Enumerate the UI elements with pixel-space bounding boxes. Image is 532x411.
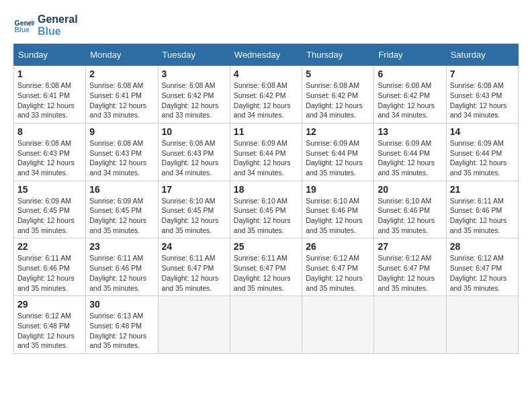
day-info: Sunrise: 6:12 AMSunset: 6:47 PMDaylight:…: [450, 253, 515, 293]
empty-cell: [374, 296, 446, 354]
day-info: Sunrise: 6:08 AMSunset: 6:42 PMDaylight:…: [162, 81, 226, 120]
day-info: Sunrise: 6:08 AMSunset: 6:42 PMDaylight:…: [378, 81, 442, 120]
day-info: Sunrise: 6:12 AMSunset: 6:48 PMDaylight:…: [17, 311, 82, 351]
day-cell-5: 5Sunrise: 6:08 AMSunset: 6:42 PMDaylight…: [302, 66, 374, 124]
week-row-2: 8Sunrise: 6:08 AMSunset: 6:43 PMDaylight…: [14, 123, 519, 181]
day-number: 21: [450, 184, 515, 195]
day-cell-16: 16Sunrise: 6:09 AMSunset: 6:45 PMDayligh…: [86, 181, 158, 238]
day-number: 13: [378, 126, 442, 137]
day-number: 28: [450, 241, 515, 252]
day-cell-18: 18Sunrise: 6:10 AMSunset: 6:45 PMDayligh…: [230, 181, 302, 238]
day-number: 5: [306, 68, 370, 79]
day-cell-29: 29Sunrise: 6:12 AMSunset: 6:48 PMDayligh…: [14, 296, 86, 354]
day-number: 6: [378, 68, 442, 79]
day-info: Sunrise: 6:10 AMSunset: 6:46 PMDaylight:…: [378, 196, 442, 236]
weekday-monday: Monday: [86, 44, 158, 66]
weekday-saturday: Saturday: [446, 44, 518, 66]
day-number: 14: [450, 126, 515, 137]
day-cell-8: 8Sunrise: 6:08 AMSunset: 6:43 PMDaylight…: [14, 123, 86, 181]
logo-blue: Blue: [38, 26, 78, 38]
day-cell-27: 27Sunrise: 6:12 AMSunset: 6:47 PMDayligh…: [374, 238, 446, 296]
week-row-5: 29Sunrise: 6:12 AMSunset: 6:48 PMDayligh…: [14, 296, 519, 354]
day-info: Sunrise: 6:13 AMSunset: 6:48 PMDaylight:…: [89, 311, 154, 351]
day-number: 27: [378, 241, 442, 252]
day-number: 10: [162, 126, 226, 137]
weekday-sunday: Sunday: [14, 44, 86, 66]
day-number: 30: [89, 299, 154, 310]
week-row-4: 22Sunrise: 6:11 AMSunset: 6:46 PMDayligh…: [14, 238, 519, 296]
calendar-table: SundayMondayTuesdayWednesdayThursdayFrid…: [13, 44, 519, 354]
day-cell-14: 14Sunrise: 6:09 AMSunset: 6:44 PMDayligh…: [446, 123, 518, 181]
day-info: Sunrise: 6:09 AMSunset: 6:45 PMDaylight:…: [89, 196, 154, 236]
weekday-wednesday: Wednesday: [230, 44, 302, 66]
day-info: Sunrise: 6:10 AMSunset: 6:45 PMDaylight:…: [162, 196, 226, 236]
day-info: Sunrise: 6:08 AMSunset: 6:43 PMDaylight:…: [162, 138, 226, 178]
day-number: 11: [234, 126, 298, 137]
weekday-friday: Friday: [374, 44, 446, 66]
day-number: 20: [378, 184, 442, 195]
day-info: Sunrise: 6:12 AMSunset: 6:47 PMDaylight:…: [306, 253, 370, 293]
logo-icon: General Blue: [13, 15, 35, 36]
day-cell-23: 23Sunrise: 6:11 AMSunset: 6:46 PMDayligh…: [86, 238, 158, 296]
day-cell-25: 25Sunrise: 6:11 AMSunset: 6:47 PMDayligh…: [230, 238, 302, 296]
day-cell-9: 9Sunrise: 6:08 AMSunset: 6:43 PMDaylight…: [86, 123, 158, 181]
day-number: 23: [89, 241, 154, 252]
day-cell-20: 20Sunrise: 6:10 AMSunset: 6:46 PMDayligh…: [374, 181, 446, 238]
day-info: Sunrise: 6:08 AMSunset: 6:42 PMDaylight:…: [234, 81, 298, 120]
page-header: General Blue General Blue: [13, 13, 519, 37]
day-number: 1: [17, 68, 82, 79]
empty-cell: [446, 296, 518, 354]
week-row-3: 15Sunrise: 6:09 AMSunset: 6:45 PMDayligh…: [14, 181, 519, 238]
day-info: Sunrise: 6:11 AMSunset: 6:46 PMDaylight:…: [17, 253, 82, 293]
weekday-thursday: Thursday: [302, 44, 374, 66]
weekday-header-row: SundayMondayTuesdayWednesdayThursdayFrid…: [14, 44, 519, 66]
day-number: 25: [234, 241, 298, 252]
day-number: 15: [17, 184, 82, 195]
day-cell-3: 3Sunrise: 6:08 AMSunset: 6:42 PMDaylight…: [158, 66, 230, 124]
day-number: 4: [234, 68, 298, 79]
week-row-1: 1Sunrise: 6:08 AMSunset: 6:41 PMDaylight…: [14, 66, 519, 124]
day-info: Sunrise: 6:08 AMSunset: 6:41 PMDaylight:…: [17, 81, 82, 120]
day-number: 9: [89, 126, 154, 137]
empty-cell: [230, 296, 302, 354]
day-cell-11: 11Sunrise: 6:09 AMSunset: 6:44 PMDayligh…: [230, 123, 302, 181]
day-number: 17: [162, 184, 226, 195]
day-cell-4: 4Sunrise: 6:08 AMSunset: 6:42 PMDaylight…: [230, 66, 302, 124]
day-number: 3: [162, 68, 226, 79]
day-info: Sunrise: 6:09 AMSunset: 6:44 PMDaylight:…: [450, 138, 515, 178]
day-cell-1: 1Sunrise: 6:08 AMSunset: 6:41 PMDaylight…: [14, 66, 86, 124]
day-cell-26: 26Sunrise: 6:12 AMSunset: 6:47 PMDayligh…: [302, 238, 374, 296]
day-info: Sunrise: 6:09 AMSunset: 6:44 PMDaylight:…: [378, 138, 442, 178]
logo-general: General: [38, 13, 78, 26]
day-info: Sunrise: 6:09 AMSunset: 6:45 PMDaylight:…: [17, 196, 82, 236]
day-info: Sunrise: 6:11 AMSunset: 6:47 PMDaylight:…: [234, 253, 298, 293]
day-number: 2: [89, 68, 154, 79]
day-cell-13: 13Sunrise: 6:09 AMSunset: 6:44 PMDayligh…: [374, 123, 446, 181]
day-info: Sunrise: 6:10 AMSunset: 6:46 PMDaylight:…: [306, 196, 370, 236]
day-info: Sunrise: 6:08 AMSunset: 6:42 PMDaylight:…: [306, 81, 370, 120]
day-info: Sunrise: 6:11 AMSunset: 6:47 PMDaylight:…: [162, 253, 226, 293]
day-number: 22: [17, 241, 82, 252]
day-info: Sunrise: 6:09 AMSunset: 6:44 PMDaylight:…: [234, 138, 298, 178]
day-cell-24: 24Sunrise: 6:11 AMSunset: 6:47 PMDayligh…: [158, 238, 230, 296]
day-number: 16: [89, 184, 154, 195]
day-cell-2: 2Sunrise: 6:08 AMSunset: 6:41 PMDaylight…: [86, 66, 158, 124]
day-info: Sunrise: 6:08 AMSunset: 6:43 PMDaylight:…: [89, 138, 154, 178]
day-cell-28: 28Sunrise: 6:12 AMSunset: 6:47 PMDayligh…: [446, 238, 518, 296]
day-number: 12: [306, 126, 370, 137]
weekday-tuesday: Tuesday: [158, 44, 230, 66]
day-number: 29: [17, 299, 82, 310]
empty-cell: [158, 296, 230, 354]
day-number: 7: [450, 68, 515, 79]
day-cell-15: 15Sunrise: 6:09 AMSunset: 6:45 PMDayligh…: [14, 181, 86, 238]
day-info: Sunrise: 6:12 AMSunset: 6:47 PMDaylight:…: [378, 253, 442, 293]
day-info: Sunrise: 6:08 AMSunset: 6:43 PMDaylight:…: [450, 81, 515, 120]
day-info: Sunrise: 6:11 AMSunset: 6:46 PMDaylight:…: [450, 196, 515, 236]
day-cell-21: 21Sunrise: 6:11 AMSunset: 6:46 PMDayligh…: [446, 181, 518, 238]
day-number: 26: [306, 241, 370, 252]
day-cell-19: 19Sunrise: 6:10 AMSunset: 6:46 PMDayligh…: [302, 181, 374, 238]
day-info: Sunrise: 6:08 AMSunset: 6:41 PMDaylight:…: [89, 81, 154, 120]
day-cell-6: 6Sunrise: 6:08 AMSunset: 6:42 PMDaylight…: [374, 66, 446, 124]
day-cell-22: 22Sunrise: 6:11 AMSunset: 6:46 PMDayligh…: [14, 238, 86, 296]
svg-text:Blue: Blue: [15, 26, 30, 34]
